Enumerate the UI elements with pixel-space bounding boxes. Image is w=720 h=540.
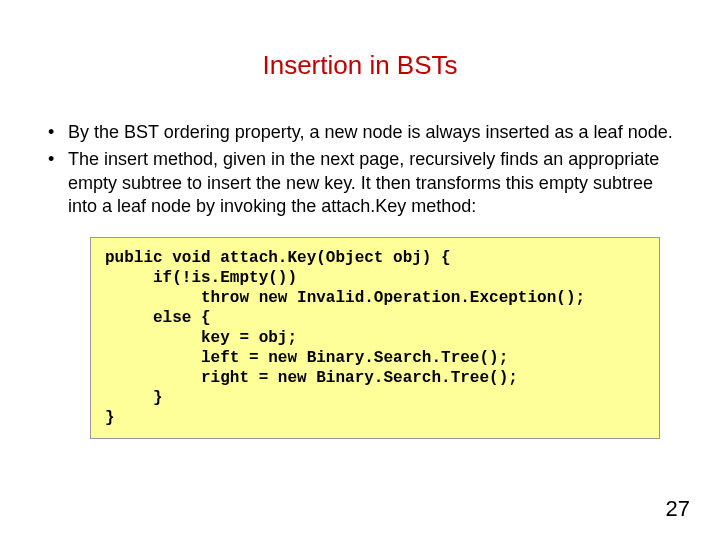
bullet-item: By the BST ordering property, a new node… <box>40 121 680 144</box>
slide: Insertion in BSTs By the BST ordering pr… <box>0 0 720 540</box>
page-number: 27 <box>666 496 690 522</box>
bullet-list: By the BST ordering property, a new node… <box>40 121 680 219</box>
code-block: public void attach.Key(Object obj) { if(… <box>90 237 660 439</box>
bullet-item: The insert method, given in the next pag… <box>40 148 680 218</box>
slide-title: Insertion in BSTs <box>40 50 680 81</box>
